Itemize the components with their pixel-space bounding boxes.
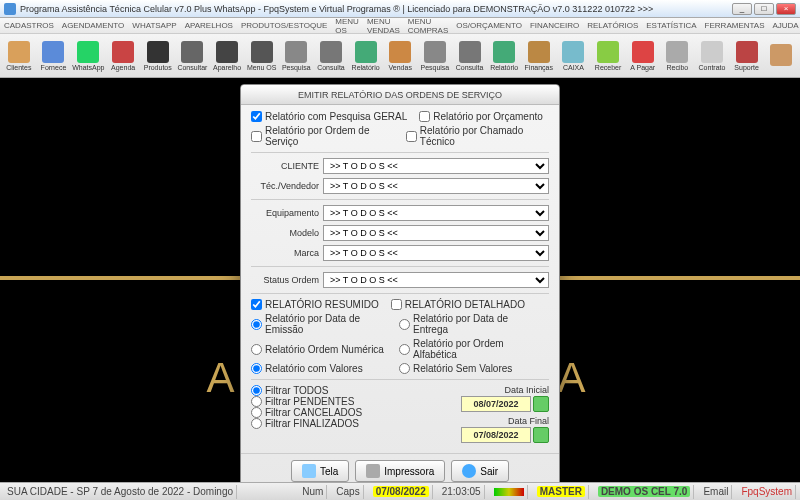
toolbar-icon — [77, 41, 99, 63]
menu-item[interactable]: FINANCEIRO — [530, 21, 579, 30]
toolbar-button[interactable]: Consulta — [453, 36, 487, 76]
toolbar-label: Vendas — [389, 64, 412, 71]
maximize-button[interactable]: □ — [754, 3, 774, 15]
label-modelo: Modelo — [251, 228, 319, 238]
toolbar-label: Suporte — [734, 64, 759, 71]
radio-filtrar-pendentes[interactable]: Filtrar PENDENTES — [251, 396, 391, 407]
select-modelo[interactable]: >> T O D O S << — [323, 225, 549, 241]
menu-item[interactable]: PRODUTOS/ESTOQUE — [241, 21, 327, 30]
toolbar-icon — [320, 41, 342, 63]
main-toolbar: ClientesForneceWhatsAppAgendaProdutosCon… — [0, 34, 800, 78]
toolbar-button[interactable]: WhatsApp — [71, 36, 105, 76]
toolbar-label: Produtos — [144, 64, 172, 71]
menu-item[interactable]: FERRAMENTAS — [705, 21, 765, 30]
toolbar-button[interactable]: Vendas — [383, 36, 417, 76]
menu-item[interactable]: MENU VENDAS — [367, 17, 400, 35]
checkbox-orcamento[interactable]: Relatório por Orçamento — [419, 111, 543, 122]
menu-item[interactable]: AJUDA — [772, 21, 798, 30]
button-impressora[interactable]: Impressora — [355, 460, 445, 482]
input-data-inicial[interactable] — [461, 396, 531, 412]
exit-icon — [462, 464, 476, 478]
status-time: 21:03:05 — [439, 485, 485, 499]
toolbar-button[interactable]: Suporte — [730, 36, 764, 76]
radio-ordem-numerica[interactable]: Relatório Ordem Numérica — [251, 338, 391, 360]
toolbar-icon — [147, 41, 169, 63]
toolbar-icon — [493, 41, 515, 63]
toolbar-button[interactable]: A Pagar — [626, 36, 660, 76]
toolbar-button[interactable]: Aparelho — [210, 36, 244, 76]
calendar-icon[interactable] — [533, 427, 549, 443]
toolbar-button[interactable]: Fornece — [37, 36, 71, 76]
toolbar-label: WhatsApp — [72, 64, 104, 71]
menu-item[interactable]: ESTATÍSTICA — [646, 21, 696, 30]
checkbox-detalhado[interactable]: RELATÓRIO DETALHADO — [391, 299, 525, 310]
radio-filtrar-cancelados[interactable]: Filtrar CANCELADOS — [251, 407, 391, 418]
menu-item[interactable]: OS/ORÇAMENTO — [456, 21, 522, 30]
select-status[interactable]: >> T O D O S << — [323, 272, 549, 288]
toolbar-button[interactable]: Agenda — [106, 36, 140, 76]
toolbar-label: A Pagar — [630, 64, 655, 71]
toolbar-icon — [42, 41, 64, 63]
menu-item[interactable]: RELATÓRIOS — [587, 21, 638, 30]
status-email[interactable]: Email — [700, 485, 732, 499]
toolbar-icon — [597, 41, 619, 63]
report-dialog: EMITIR RELATÓRIO DAS ORDENS DE SERVIÇO R… — [240, 84, 560, 482]
toolbar-button[interactable]: CAIXA — [557, 36, 591, 76]
toolbar-label: Relatório — [352, 64, 380, 71]
toolbar-icon — [8, 41, 30, 63]
menu-item[interactable]: WHATSAPP — [132, 21, 176, 30]
checkbox-chamado-tecnico[interactable]: Relatório por Chamado Técnico — [406, 125, 549, 147]
toolbar-icon — [216, 41, 238, 63]
menu-item[interactable]: CADASTROS — [4, 21, 54, 30]
radio-filtrar-finalizados[interactable]: Filtrar FINALIZADOS — [251, 418, 391, 429]
radio-filtrar-todos[interactable]: Filtrar TODOS — [251, 385, 391, 396]
toolbar-button[interactable]: Consulta — [314, 36, 348, 76]
status-date: 07/08/2022 — [373, 486, 429, 497]
label-status: Status Ordem — [251, 275, 319, 285]
select-tecnico[interactable]: >> T O D O S << — [323, 178, 549, 194]
radio-com-valores[interactable]: Relatório com Valores — [251, 363, 391, 374]
toolbar-label: Contrato — [699, 64, 726, 71]
toolbar-button[interactable]: Receber — [591, 36, 625, 76]
toolbar-button[interactable]: Pesquisa — [418, 36, 452, 76]
menu-item[interactable]: AGENDAMENTO — [62, 21, 125, 30]
toolbar-button[interactable]: Consultar — [176, 36, 210, 76]
radio-sem-valores[interactable]: Relatório Sem Valores — [399, 363, 539, 374]
button-tela[interactable]: Tela — [291, 460, 349, 482]
menu-item[interactable]: MENU COMPRAS — [408, 17, 448, 35]
menu-item[interactable]: APARELHOS — [185, 21, 233, 30]
app-icon — [4, 3, 16, 15]
toolbar-button[interactable]: Finanças — [522, 36, 556, 76]
select-cliente[interactable]: >> T O D O S << — [323, 158, 549, 174]
statusbar: SUA CIDADE - SP 7 de Agosto de 2022 - Do… — [0, 482, 800, 500]
status-fpq[interactable]: FpqSystem — [738, 485, 796, 499]
screen-icon — [302, 464, 316, 478]
radio-data-emissao[interactable]: Relatório por Data de Emissão — [251, 313, 391, 335]
toolbar-button[interactable]: Relatório — [349, 36, 383, 76]
checkbox-ordem-servico[interactable]: Relatório por Ordem de Serviço — [251, 125, 394, 147]
label-tecnico: Téc./Vendedor — [251, 181, 319, 191]
checkbox-resumido[interactable]: RELATÓRIO RESUMIDO — [251, 299, 379, 310]
toolbar-button[interactable]: Pesquisa — [279, 36, 313, 76]
minimize-button[interactable]: _ — [732, 3, 752, 15]
radio-data-entrega[interactable]: Relatório por Data de Entrega — [399, 313, 539, 335]
toolbar-icon — [181, 41, 203, 63]
menubar: CADASTROSAGENDAMENTOWHATSAPPAPARELHOSPRO… — [0, 18, 800, 34]
select-marca[interactable]: >> T O D O S << — [323, 245, 549, 261]
toolbar-button[interactable]: Recibo — [661, 36, 695, 76]
close-button[interactable]: × — [776, 3, 796, 15]
menu-item[interactable]: MENU OS — [335, 17, 359, 35]
toolbar-button[interactable] — [764, 36, 798, 76]
checkbox-pesquisa-geral[interactable]: Relatório com Pesquisa GERAL — [251, 111, 407, 122]
toolbar-button[interactable]: Relatório — [487, 36, 521, 76]
toolbar-label: Consulta — [317, 64, 345, 71]
radio-ordem-alfabetica[interactable]: Relatório por Ordem Alfabética — [399, 338, 539, 360]
input-data-final[interactable] — [461, 427, 531, 443]
toolbar-button[interactable]: Clientes — [2, 36, 36, 76]
toolbar-button[interactable]: Produtos — [141, 36, 175, 76]
toolbar-button[interactable]: Contrato — [695, 36, 729, 76]
calendar-icon[interactable] — [533, 396, 549, 412]
select-equipamento[interactable]: >> T O D O S << — [323, 205, 549, 221]
toolbar-button[interactable]: Menu OS — [245, 36, 279, 76]
button-sair[interactable]: Sair — [451, 460, 509, 482]
